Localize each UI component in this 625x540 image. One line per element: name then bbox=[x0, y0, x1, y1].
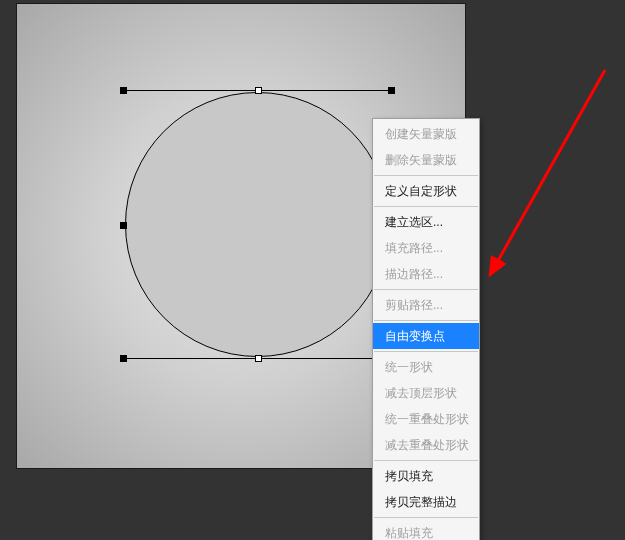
annotation-arrow bbox=[470, 60, 625, 310]
menu-item: 填充路径... bbox=[373, 235, 479, 261]
menu-item: 删除矢量蒙版 bbox=[373, 147, 479, 173]
menu-separator bbox=[374, 320, 478, 321]
selection-bounding-box bbox=[123, 90, 392, 359]
menu-separator bbox=[374, 351, 478, 352]
menu-item: 描边路径... bbox=[373, 261, 479, 287]
svg-line-1 bbox=[490, 70, 605, 275]
handle-top-center[interactable] bbox=[255, 87, 262, 94]
handle-bottom-center[interactable] bbox=[255, 355, 262, 362]
handle-bottom-left[interactable] bbox=[120, 355, 127, 362]
menu-item[interactable]: 建立选区... bbox=[373, 209, 479, 235]
menu-item: 创建矢量蒙版 bbox=[373, 121, 479, 147]
menu-separator bbox=[374, 289, 478, 290]
menu-item[interactable]: 拷贝填充 bbox=[373, 463, 479, 489]
menu-item: 减去顶层形状 bbox=[373, 380, 479, 406]
handle-middle-left[interactable] bbox=[120, 222, 127, 229]
menu-item[interactable]: 拷贝完整描边 bbox=[373, 489, 479, 515]
menu-item[interactable]: 定义自定形状 bbox=[373, 178, 479, 204]
menu-item: 统一重叠处形状 bbox=[373, 406, 479, 432]
menu-item: 减去重叠处形状 bbox=[373, 432, 479, 458]
handle-top-right[interactable] bbox=[388, 87, 395, 94]
menu-separator bbox=[374, 206, 478, 207]
menu-separator bbox=[374, 175, 478, 176]
menu-separator bbox=[374, 460, 478, 461]
context-menu: 创建矢量蒙版删除矢量蒙版定义自定形状建立选区...填充路径...描边路径...剪… bbox=[372, 118, 480, 540]
menu-item: 统一形状 bbox=[373, 354, 479, 380]
handle-top-left[interactable] bbox=[120, 87, 127, 94]
menu-item: 粘贴填充 bbox=[373, 520, 479, 540]
menu-item[interactable]: 自由变换点 bbox=[373, 323, 479, 349]
menu-item: 剪贴路径... bbox=[373, 292, 479, 318]
menu-separator bbox=[374, 517, 478, 518]
